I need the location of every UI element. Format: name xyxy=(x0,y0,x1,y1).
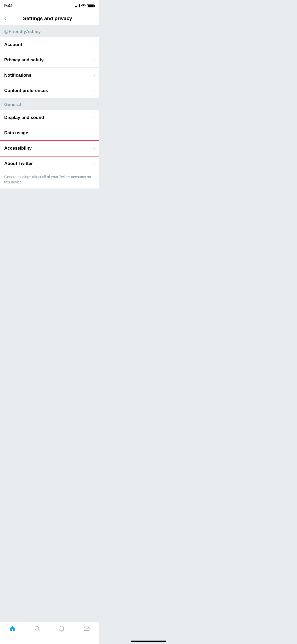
chevron-right-icon: › xyxy=(93,58,95,62)
signal-icon xyxy=(75,4,80,7)
back-button[interactable]: ‹ xyxy=(4,16,6,21)
data-usage-item[interactable]: Data usage › xyxy=(0,125,99,141)
general-section-header: General xyxy=(0,98,99,110)
status-time: 9:41 xyxy=(4,3,13,8)
accessibility-label: Accessibility xyxy=(4,146,32,151)
privacy-safety-label: Privacy and safety xyxy=(4,57,44,63)
status-bar: 9:41 xyxy=(0,0,99,12)
status-icons xyxy=(75,4,94,7)
nav-bar: ‹ Settings and privacy xyxy=(0,12,99,25)
account-section-header: @FriendlyAshley xyxy=(0,25,99,37)
chevron-right-icon: › xyxy=(93,42,95,47)
account-section-label: @FriendlyAshley xyxy=(4,29,41,34)
content-preferences-label: Content preferences xyxy=(4,88,48,93)
chevron-right-icon: › xyxy=(93,88,95,93)
display-sound-label: Display and sound xyxy=(4,115,44,120)
footer-note: General settings affect all of your Twit… xyxy=(0,171,99,188)
general-section-label: General xyxy=(4,102,21,107)
display-sound-item[interactable]: Display and sound › xyxy=(0,110,99,125)
privacy-safety-item[interactable]: Privacy and safety › xyxy=(0,52,99,68)
page-title: Settings and privacy xyxy=(10,16,85,21)
account-menu-list: Account › Privacy and safety › Notificat… xyxy=(0,37,99,98)
accessibility-item[interactable]: Accessibility › xyxy=(0,141,99,156)
data-usage-label: Data usage xyxy=(4,130,28,136)
account-item[interactable]: Account › xyxy=(0,37,99,52)
chevron-right-icon: › xyxy=(93,146,95,151)
notifications-label: Notifications xyxy=(4,73,31,78)
chevron-right-icon: › xyxy=(93,115,95,120)
notifications-item[interactable]: Notifications › xyxy=(0,68,99,83)
about-twitter-label: About Twitter xyxy=(4,161,33,166)
bottom-space xyxy=(0,188,99,268)
wifi-icon xyxy=(81,4,86,7)
battery-icon xyxy=(87,4,94,7)
chevron-right-icon: › xyxy=(93,131,95,135)
about-twitter-item[interactable]: About Twitter › xyxy=(0,156,99,171)
chevron-right-icon: › xyxy=(93,161,95,166)
content-preferences-item[interactable]: Content preferences › xyxy=(0,83,99,98)
general-menu-list: Display and sound › Data usage › Accessi… xyxy=(0,110,99,171)
account-item-label: Account xyxy=(4,42,22,47)
chevron-right-icon: › xyxy=(93,73,95,78)
